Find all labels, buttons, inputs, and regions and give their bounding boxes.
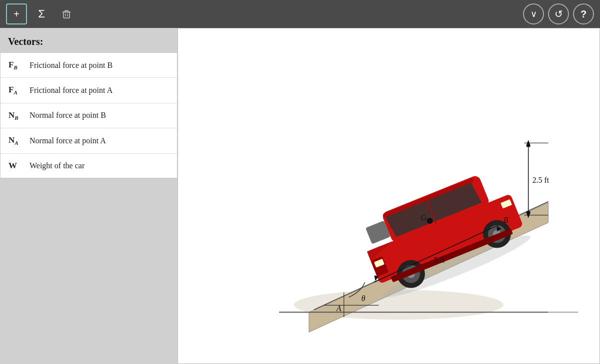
vector-symbol-fb: FB [8, 60, 24, 70]
label-b: B [504, 216, 508, 224]
vector-symbol-nb: NB [8, 110, 24, 121]
vector-label-fb: Frictional force at point B [30, 61, 112, 70]
sidebar-title: Vectors: [0, 36, 178, 52]
svg-rect-0 [64, 12, 70, 18]
diagram-area: θ A [178, 28, 600, 364]
vector-symbol-w: W [8, 161, 24, 171]
vector-label-w: Weight of the car [30, 161, 84, 170]
trash-icon [61, 8, 72, 19]
theta-label: θ [362, 294, 366, 303]
diagram-svg: θ A [178, 28, 600, 364]
help-button[interactable]: ? [573, 3, 594, 24]
toolbar-right: ∨ ↺ ? [523, 3, 594, 24]
vector-item-fa[interactable]: FA Frictional force at point A [0, 78, 177, 103]
vector-item-na[interactable]: NA Normal force at point A [0, 128, 177, 153]
delete-button[interactable] [56, 3, 77, 24]
vector-label-nb: Normal force at point B [30, 111, 106, 120]
vector-symbol-na: NA [8, 135, 24, 146]
label-5ft: 5 ft [434, 256, 444, 264]
vector-item-nb[interactable]: NB Normal force at point B [0, 103, 177, 128]
svg-rect-2 [65, 10, 68, 12]
add-button[interactable]: + [6, 3, 27, 24]
vector-label-na: Normal force at point A [30, 136, 106, 145]
refresh-button[interactable]: ↺ [548, 3, 569, 24]
main-content: Vectors: FB Frictional force at point B … [0, 28, 600, 364]
sigma-button[interactable]: Σ [31, 3, 52, 24]
toolbar: + Σ ∨ ↺ ? [0, 0, 600, 28]
vector-list: FB Frictional force at point B FA Fricti… [0, 52, 178, 178]
vector-symbol-fa: FA [8, 85, 24, 95]
chevron-button[interactable]: ∨ [523, 3, 544, 24]
label-25ft: 2.5 ft [532, 176, 550, 184]
vector-item-w[interactable]: W Weight of the car [0, 154, 177, 178]
vector-item-fb[interactable]: FB Frictional force at point B [0, 53, 177, 78]
sidebar: Vectors: FB Frictional force at point B … [0, 28, 178, 364]
vector-label-fa: Frictional force at point A [30, 86, 112, 95]
